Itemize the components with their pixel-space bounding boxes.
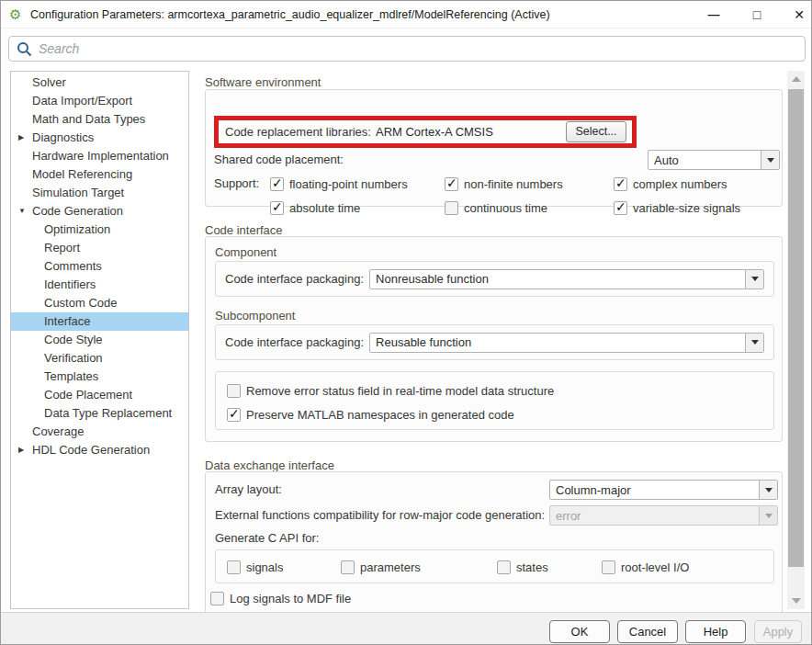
sidebar-item-model-referencing[interactable]: Model Referencing [11, 165, 188, 184]
ok-button[interactable]: OK [549, 620, 610, 643]
sidebar-item-data-import-export[interactable]: Data Import/Export [11, 92, 188, 110]
chevron-down-icon[interactable] [745, 334, 763, 352]
sidebar-item-verification[interactable]: Verification [11, 349, 188, 368]
search-input[interactable] [39, 41, 797, 56]
code-interface-group: Component Code interface packaging: Nonr… [205, 236, 783, 442]
checkbox-box [445, 201, 458, 215]
section-title-code-interface: Code interface [205, 223, 283, 237]
checkbox-signals[interactable]: signals [227, 560, 283, 574]
search-box[interactable] [8, 36, 806, 62]
checkbox-floating-point-numbers[interactable]: floating-point numbers [270, 176, 408, 191]
external-functions-compatibility-label: External functions compatibility for row… [215, 505, 545, 526]
subcomponent-subtitle: Subcomponent [215, 309, 295, 322]
software-environment-group: Code replacement libraries: ARM Cortex-A… [205, 89, 783, 207]
configuration-parameters-dialog: ⚙ Configuration Parameters: armcortexa_p… [0, 0, 812, 645]
checkbox-box [497, 560, 511, 574]
sidebar-item-code-generation[interactable]: ▼Code Generation [11, 202, 188, 221]
code-replacement-libraries-value: ARM Cortex-A CMSIS [376, 125, 493, 139]
sidebar-item-coverage[interactable]: Coverage [11, 423, 188, 441]
checkbox-parameters[interactable]: parameters [341, 560, 421, 574]
checkbox-preserve-matlab-namespaces[interactable]: Preserve MATLAB namespaces in generated … [227, 407, 514, 422]
scroll-down-icon[interactable] [787, 593, 805, 609]
select-button[interactable]: Select... [566, 121, 626, 142]
sidebar-item-code-style[interactable]: Code Style [11, 331, 188, 349]
sidebar-item-hdl-code-generation[interactable]: ▶HDL Code Generation [11, 441, 188, 459]
settings-pane: Software environment Code replacement li… [201, 71, 784, 612]
checkbox-variable-size-signals[interactable]: variable-size signals [614, 200, 740, 215]
generate-c-api-box: signals parameters states root-level I/O [215, 549, 774, 583]
array-layout-select[interactable]: Column-major [549, 480, 778, 500]
title-bar: ⚙ Configuration Parameters: armcortexa_p… [1, 1, 811, 28]
scrollbar-thumb[interactable] [788, 89, 804, 567]
sidebar-item-optimization[interactable]: Optimization [11, 221, 188, 239]
search-icon [17, 41, 32, 57]
scroll-up-icon[interactable] [787, 71, 805, 87]
checkbox-box [614, 177, 627, 191]
generate-c-api-label: Generate C API for: [215, 531, 319, 546]
sidebar-item-math-and-data-types[interactable]: Math and Data Types [11, 110, 188, 129]
vertical-scrollbar[interactable] [787, 71, 805, 609]
expand-arrow-icon[interactable]: ▼ [18, 202, 30, 221]
section-title-software-environment: Software environment [205, 75, 321, 89]
code-interface-options-box: Remove error status field in real-time m… [215, 371, 774, 430]
subcomponent-packaging-box: Code interface packaging: Reusable funct… [215, 324, 774, 360]
checkbox-remove-error-status[interactable]: Remove error status field in real-time m… [227, 383, 554, 398]
chevron-down-icon[interactable] [745, 270, 763, 289]
chevron-down-icon[interactable] [759, 481, 777, 499]
sidebar-item-diagnostics[interactable]: ▶Diagnostics [11, 129, 188, 147]
checkbox-states[interactable]: states [497, 560, 548, 574]
checkbox-box [270, 177, 284, 191]
component-packaging-select[interactable]: Nonreusable function [369, 269, 764, 289]
sidebar-item-identifiers[interactable]: Identifiers [11, 276, 188, 294]
sidebar-item-solver[interactable]: Solver [11, 74, 188, 92]
checkbox-box [227, 384, 241, 398]
shared-code-placement-select[interactable]: Auto [648, 150, 780, 170]
subcomponent-packaging-label: Code interface packaging: [225, 335, 364, 349]
help-button[interactable]: Help [685, 620, 746, 643]
component-subtitle: Component [215, 245, 276, 259]
checkbox-box [270, 201, 284, 215]
checkbox-box [341, 560, 355, 574]
sidebar-item-templates[interactable]: Templates [11, 368, 188, 386]
checkbox-complex-numbers[interactable]: complex numbers [614, 176, 727, 191]
chevron-down-icon[interactable] [761, 151, 779, 169]
collapse-arrow-icon[interactable]: ▶ [18, 129, 30, 147]
sidebar-item-simulation-target[interactable]: Simulation Target [11, 184, 188, 202]
window-title: Configuration Parameters: armcortexa_par… [30, 1, 550, 28]
chevron-down-icon [759, 506, 777, 525]
sidebar-item-interface[interactable]: Interface [11, 312, 188, 331]
minimize-button[interactable]: — [704, 1, 724, 28]
external-functions-compatibility-select: error [549, 505, 778, 526]
simulink-gear-icon: ⚙ [9, 1, 21, 28]
checkbox-box [445, 177, 458, 191]
checkbox-non-finite-numbers[interactable]: non-finite numbers [445, 176, 563, 191]
checkbox-absolute-time[interactable]: absolute time [270, 200, 360, 215]
checkbox-box [614, 201, 627, 215]
sidebar-item-report[interactable]: Report [11, 239, 188, 257]
checkbox-box [210, 592, 224, 605]
array-layout-label: Array layout: [215, 480, 282, 500]
checkbox-box [227, 408, 241, 422]
apply-button[interactable]: Apply [754, 620, 802, 643]
checkbox-log-signals-mdf[interactable]: Log signals to MDF file [210, 591, 351, 605]
category-tree: Solver Data Import/Export Math and Data … [10, 71, 189, 609]
sidebar-item-comments[interactable]: Comments [11, 257, 188, 276]
support-label: Support: [214, 176, 259, 191]
checkbox-continuous-time[interactable]: continuous time [445, 200, 547, 215]
component-packaging-label: Code interface packaging: [225, 272, 364, 286]
sidebar-item-custom-code[interactable]: Custom Code [11, 294, 188, 312]
code-replacement-libraries-label: Code replacement libraries: [225, 125, 371, 139]
sidebar-item-hardware-implementation[interactable]: Hardware Implementation [11, 147, 188, 165]
sidebar-item-data-type-replacement[interactable]: Data Type Replacement [11, 404, 188, 423]
sidebar-item-code-placement[interactable]: Code Placement [11, 386, 188, 404]
checkbox-box [602, 560, 615, 574]
maximize-button[interactable]: □ [747, 1, 767, 28]
cancel-button[interactable]: Cancel [617, 620, 678, 643]
dialog-footer: OK Cancel Help Apply [1, 612, 811, 645]
close-button[interactable]: ✕ [789, 1, 809, 28]
collapse-arrow-icon[interactable]: ▶ [18, 441, 30, 459]
annotation-highlight: Code replacement libraries: ARM Cortex-A… [214, 116, 637, 148]
section-title-data-exchange: Data exchange interface [205, 458, 334, 472]
subcomponent-packaging-select[interactable]: Reusable function [369, 333, 764, 353]
checkbox-root-level-io[interactable]: root-level I/O [602, 560, 689, 574]
